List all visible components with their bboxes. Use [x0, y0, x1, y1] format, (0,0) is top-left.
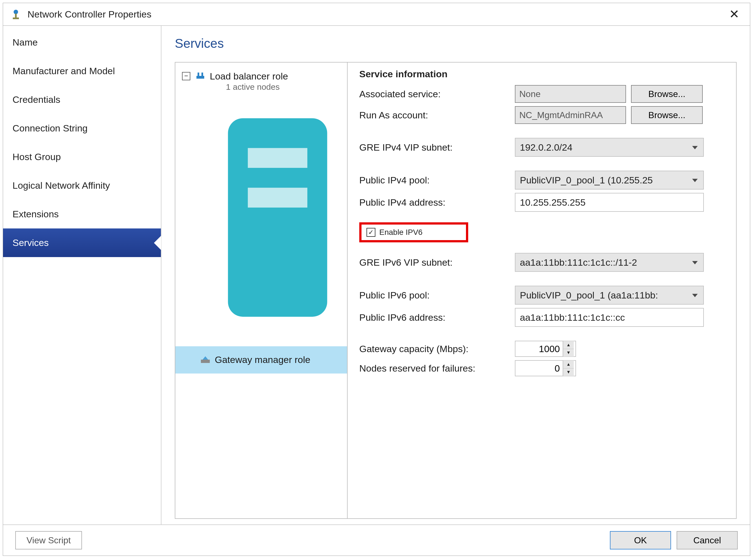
- nodes-reserved-input[interactable]: [515, 361, 563, 376]
- spin-down-icon[interactable]: ▼: [563, 349, 574, 357]
- svg-rect-9: [201, 360, 210, 363]
- svg-rect-4: [198, 73, 199, 76]
- enable-ipv6-label: Enable IPV6: [379, 228, 423, 237]
- spin-up-icon[interactable]: ▲: [563, 341, 574, 349]
- sidebar-item-services[interactable]: Services: [3, 228, 161, 257]
- tree-child-node[interactable]: [208, 98, 347, 339]
- main-area: Services −: [161, 26, 750, 524]
- view-script-button[interactable]: View Script: [15, 531, 82, 549]
- body: Name Manufacturer and Model Credentials …: [3, 26, 750, 524]
- tree-subtitle: 1 active nodes: [226, 82, 288, 92]
- tree-node-load-balancer[interactable]: − Load balancer role 1 active no: [175, 68, 347, 339]
- associated-service-field: None: [515, 85, 626, 103]
- load-balancer-icon: [195, 71, 206, 81]
- gateway-capacity-input[interactable]: [515, 341, 563, 356]
- form-grid: Associated service: None Browse... Run A…: [359, 85, 725, 376]
- label-public-ipv6-pool: Public IPv6 pool:: [359, 290, 509, 301]
- label-public-ipv6-address: Public IPv6 address:: [359, 312, 509, 323]
- sidebar-item-credentials[interactable]: Credentials: [3, 85, 161, 114]
- svg-point-0: [14, 10, 18, 14]
- public-ipv4-pool-combo[interactable]: PublicVIP_0_pool_1 (10.255.25: [515, 171, 704, 189]
- label-run-as: Run As account:: [359, 110, 509, 121]
- svg-rect-5: [201, 73, 203, 76]
- browse-associated-service-button[interactable]: Browse...: [631, 85, 703, 103]
- window-title: Network Controller Properties: [27, 9, 726, 20]
- gre-ipv4-subnet-combo[interactable]: 192.0.2.0/24: [515, 138, 704, 157]
- label-gateway-capacity: Gateway capacity (Mbps):: [359, 343, 509, 354]
- sidebar-item-logical-network-affinity[interactable]: Logical Network Affinity: [3, 171, 161, 200]
- page-title: Services: [175, 36, 737, 51]
- svg-rect-7: [248, 148, 307, 168]
- run-as-field: NC_MgmtAdminRAA: [515, 106, 626, 124]
- sidebar-item-label: Host Group: [13, 152, 61, 162]
- titlebar: Network Controller Properties ✕: [3, 3, 750, 25]
- label-gre-ipv4-subnet: GRE IPv4 VIP subnet:: [359, 142, 509, 153]
- public-ipv6-pool-combo[interactable]: PublicVIP_0_pool_1 (aa1a:11bb:: [515, 286, 704, 305]
- browse-run-as-button[interactable]: Browse...: [631, 106, 703, 124]
- tree-expander[interactable]: −: [182, 72, 190, 80]
- tree-node-gateway-manager[interactable]: Gateway manager role: [175, 346, 347, 374]
- sidebar-item-label: Extensions: [13, 209, 59, 219]
- cancel-button[interactable]: Cancel: [677, 531, 738, 549]
- gateway-manager-icon: [200, 354, 211, 365]
- enable-ipv6-checkbox[interactable]: ✓ Enable IPV6: [359, 222, 468, 242]
- tree-label: Load balancer role: [210, 71, 288, 81]
- svg-rect-1: [15, 14, 17, 18]
- sidebar-item-host-group[interactable]: Host Group: [3, 143, 161, 171]
- svg-rect-2: [13, 18, 19, 19]
- sidebar-item-label: Services: [13, 237, 48, 248]
- svg-rect-3: [197, 76, 204, 79]
- roles-tree: − Load balancer role 1 active no: [175, 62, 348, 518]
- sidebar-item-manufacturer[interactable]: Manufacturer and Model: [3, 57, 161, 85]
- app-icon: [10, 8, 21, 20]
- service-details: Service information Associated service: …: [348, 62, 736, 518]
- spin-down-icon[interactable]: ▼: [563, 368, 574, 376]
- properties-window: Network Controller Properties ✕ Name Man…: [3, 3, 750, 556]
- label-gre-ipv6-subnet: GRE IPv6 VIP subnet:: [359, 257, 509, 268]
- label-public-ipv4-pool: Public IPv4 pool:: [359, 175, 509, 186]
- sidebar-item-label: Connection String: [13, 123, 87, 134]
- sidebar-item-extensions[interactable]: Extensions: [3, 200, 161, 228]
- section-title: Service information: [359, 69, 725, 79]
- sidebar-item-label: Logical Network Affinity: [13, 180, 110, 191]
- server-node-icon: [208, 329, 347, 338]
- label-associated-service: Associated service:: [359, 89, 509, 100]
- gre-ipv6-subnet-combo[interactable]: aa1a:11bb:111c:1c1c::/11-2: [515, 253, 704, 272]
- sidebar-item-label: Credentials: [13, 94, 60, 105]
- gateway-capacity-spinner[interactable]: ▲ ▼: [515, 341, 576, 357]
- sidebar-item-label: Manufacturer and Model: [13, 65, 115, 76]
- sidebar-item-name[interactable]: Name: [3, 28, 161, 57]
- label-nodes-reserved: Nodes reserved for failures:: [359, 363, 509, 374]
- label-public-ipv4-address: Public IPv4 address:: [359, 197, 509, 208]
- ok-button[interactable]: OK: [610, 531, 671, 549]
- services-panel: − Load balancer role 1 active no: [175, 62, 737, 519]
- tree-label: Gateway manager role: [215, 354, 310, 365]
- bottombar: View Script OK Cancel: [3, 524, 750, 556]
- sidebar-item-connection-string[interactable]: Connection String: [3, 114, 161, 143]
- close-button[interactable]: ✕: [726, 8, 743, 20]
- public-ipv4-address-input[interactable]: [515, 193, 704, 212]
- sidebar-item-label: Name: [13, 37, 38, 47]
- nodes-reserved-spinner[interactable]: ▲ ▼: [515, 360, 576, 376]
- spin-up-icon[interactable]: ▲: [563, 360, 574, 368]
- sidebar: Name Manufacturer and Model Credentials …: [3, 26, 161, 524]
- checkbox-mark: ✓: [366, 228, 375, 237]
- svg-rect-8: [248, 187, 307, 207]
- public-ipv6-address-input[interactable]: [515, 308, 704, 327]
